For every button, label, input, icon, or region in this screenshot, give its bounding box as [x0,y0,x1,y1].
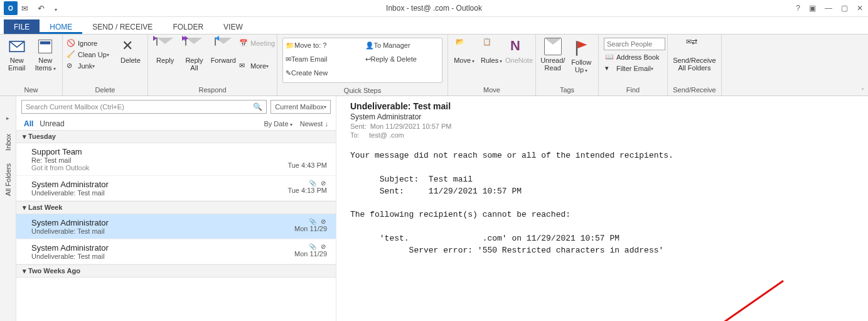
svg-rect-3 [576,41,577,55]
message-item[interactable]: 📎 ⊘ System Administrator Undeliverable: … [16,176,336,201]
junk-button[interactable]: ⊘Junk [65,60,116,72]
reading-to: test@ .com [369,131,404,139]
quickstep-moveto[interactable]: 📁Move to: ? [283,38,362,52]
annotation-arrow-icon [689,278,790,321]
group-label-move: Move [448,85,535,95]
expand-rail-icon[interactable]: ▸ [6,115,9,121]
onenote-button[interactable]: NOneNote [505,36,533,65]
rail-inbox[interactable]: Inbox [4,134,12,151]
tab-send-receive[interactable]: SEND / RECEIVE [82,19,163,34]
sort-newest[interactable]: Newest ↓ [300,120,328,128]
window-title: Inbox - test@ .com - Outlook [386,4,482,13]
rail-all-folders[interactable]: All Folders [4,163,12,196]
group-label-tags: Tags [536,85,598,95]
quickstep-reply-delete[interactable]: ↩Reply & Delete [363,52,441,66]
mail-icon [8,38,26,55]
reading-sender: System Administrator [350,112,854,121]
ignore-icon: 🚫 [67,39,75,48]
search-icon[interactable]: 🔍 [253,102,262,111]
date-separator[interactable]: ▾ Last Week [16,201,336,214]
reading-body: Your message did not reach some or all o… [350,150,854,257]
reply-button[interactable]: Reply [151,36,179,65]
reply-all-button[interactable]: Reply All [179,36,208,73]
message-time: Tue 4:13 PM [287,187,327,194]
rules-button[interactable]: 📋Rules [478,36,505,65]
qat-customize-icon[interactable] [55,4,57,13]
send-receive-icon: ✉⇄ [686,38,704,55]
reply-all-icon [185,38,203,55]
maximize-icon[interactable]: ▢ [841,4,848,13]
broom-icon: 🧹 [67,50,75,59]
close-icon[interactable]: ✕ [857,4,863,13]
titlebar: O ✉ ↶ Inbox - test@ .com - Outlook ? ▣ —… [0,0,868,17]
flag-icon [572,40,590,57]
group-label-sendreceive: Send/Receive [668,85,721,95]
follow-up-button[interactable]: Follow Up [567,36,596,75]
folder-icon: 📂 [456,38,473,55]
quick-steps-gallery[interactable]: 📁Move to: ? ✉Team Email ✎Create New 👤To … [282,38,442,83]
quick-access-toolbar[interactable]: ✉ ↶ [18,4,61,13]
search-people-input[interactable] [604,38,665,50]
reading-pane: Undeliverable: Test mail System Administ… [336,96,868,321]
message-time: Tue 4:43 PM [287,161,327,169]
search-mailbox-input[interactable]: Search Current Mailbox (Ctrl+E) 🔍 [21,100,267,114]
message-subject: Re: Test mail [31,156,327,164]
unread-read-button[interactable]: Unread/ Read [538,36,567,73]
search-placeholder: Search Current Mailbox (Ctrl+E) [26,103,124,111]
tab-home[interactable]: HOME [40,19,82,34]
help-icon[interactable]: ? [796,4,800,13]
message-from: Support Team [31,147,327,156]
address-book-button[interactable]: 📖Address Book [604,52,665,63]
undo-icon[interactable]: ↶ [38,4,45,13]
ribbon: New Email New Items New 🚫Ignore 🧹Clean U… [0,35,868,96]
message-from: System Administrator [31,218,327,227]
funnel-icon: ▾ [605,64,614,73]
message-item[interactable]: 📎 ⊘ System Administrator Undeliverable: … [16,214,336,239]
date-separator[interactable]: ▾ Tuesday [16,130,336,143]
tab-folder[interactable]: FOLDER [163,19,213,34]
message-item[interactable]: 📎 ⊘ System Administrator Undeliverable: … [16,239,336,264]
rules-icon: 📋 [483,38,500,55]
filter-all[interactable]: All [24,119,33,128]
date-separator[interactable]: ▾ Two Weeks Ago [16,264,336,278]
more-respond-button[interactable]: ✉More [238,60,274,72]
folder-rail: ▸ Inbox All Folders [0,96,16,321]
delete-button[interactable]: ✕ Delete [116,36,145,65]
list-filter-row: All Unread By Date Newest ↓ [16,117,336,130]
move-button[interactable]: 📂Move [451,36,478,65]
calendar-icon: 📅 [239,39,248,48]
ribbon-tabs: FILE HOME SEND / RECEIVE FOLDER VIEW [0,17,868,35]
filter-unread[interactable]: Unread [40,119,64,128]
new-email-button[interactable]: New Email [3,36,31,73]
forward-button[interactable]: Forward [209,36,238,65]
more-icon: ✉ [239,62,248,70]
minimize-icon[interactable]: — [825,4,832,13]
collapse-ribbon-icon[interactable]: ˄ [861,87,864,94]
tab-file[interactable]: FILE [4,19,40,34]
message-subject: Undeliverable: Test mail [31,189,327,197]
quickstep-to-manager[interactable]: 👤To Manager [363,38,441,52]
group-label-delete: Delete [63,85,147,95]
sort-by-date[interactable]: By Date [264,120,292,128]
search-scope-dropdown[interactable]: Current Mailbox [271,100,331,114]
ribbon-options-icon[interactable]: ▣ [809,4,816,13]
tab-view[interactable]: VIEW [213,19,253,34]
message-time: Mon 11/29 [294,250,327,258]
reply-icon [156,38,174,55]
cleanup-button[interactable]: 🧹Clean Up [65,49,116,60]
message-time: Mon 11/29 [294,225,327,232]
quickstep-team-email[interactable]: ✉Team Email [283,52,362,66]
filter-email-button[interactable]: ▾Filter Email [604,63,665,74]
ignore-button[interactable]: 🚫Ignore [65,38,116,49]
message-item[interactable]: Support Team Re: Test mail Got it from O… [16,143,336,176]
quickstep-create-new[interactable]: ✎Create New [283,66,362,80]
junk-icon: ⊘ [67,62,75,70]
new-items-button[interactable]: New Items [31,36,60,73]
send-receive-all-button[interactable]: ✉⇄ Send/Receive All Folders [670,36,719,73]
message-indicator-icons: 📎 ⊘ [309,180,327,187]
main-area: ▸ Inbox All Folders Search Current Mailb… [0,96,868,321]
message-from: System Administrator [31,243,327,253]
meeting-button[interactable]: 📅Meeting [238,38,274,49]
send-receive-icon[interactable]: ✉ [21,4,28,13]
envelope-icon [544,38,562,55]
